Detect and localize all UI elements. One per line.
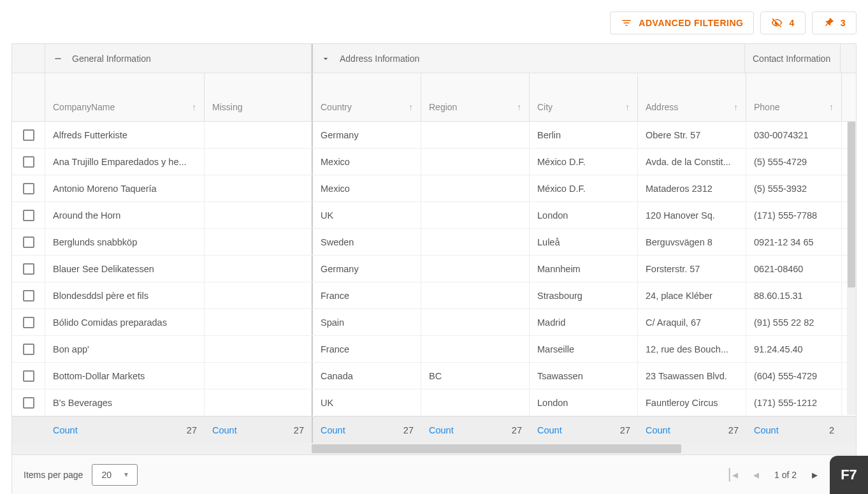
missing-cell [205, 389, 312, 416]
city-cell: London [530, 389, 638, 416]
table-row[interactable]: Antonio Moreno Taquería Mexico México D.… [12, 175, 856, 202]
missing-cell [205, 202, 312, 228]
address-cell: Berguvsvägen 8 [638, 229, 746, 255]
first-page-button[interactable]: ⎮◂ [727, 468, 738, 482]
region-cell [421, 175, 530, 201]
collapse-icon [53, 54, 63, 64]
checkbox-column-header [12, 73, 45, 121]
missing-column-header[interactable]: Missing [205, 73, 312, 121]
missing-cell [205, 149, 312, 175]
count-link[interactable]: Count [646, 425, 670, 435]
row-checkbox[interactable] [23, 317, 34, 328]
city-cell: Luleå [530, 229, 638, 255]
row-checkbox-cell [12, 149, 45, 175]
count-link[interactable]: Count [321, 425, 345, 435]
region-column-header[interactable]: Region ↑ [421, 73, 530, 121]
table-row[interactable]: Bólido Comidas preparadas Spain Madrid C… [12, 309, 856, 336]
region-cell [421, 282, 530, 309]
count-link[interactable]: Count [537, 425, 562, 435]
row-checkbox[interactable] [23, 183, 34, 194]
chevron-down-icon [321, 54, 331, 64]
region-cell [421, 309, 530, 335]
company-column-header[interactable]: CompanyName ↑ [45, 73, 205, 121]
summary-phone-cell: Count 2 [746, 417, 842, 443]
contact-info-group[interactable]: Contact Information [745, 44, 841, 73]
phone-cell: 030-0074321 [746, 122, 842, 148]
phone-cell: 91.24.45.40 [746, 336, 842, 362]
address-col-label: Address [646, 102, 678, 112]
city-col-label: City [537, 102, 553, 112]
pinned-columns-button[interactable]: 3 [812, 11, 857, 34]
horizontal-scrollbar-thumb[interactable] [312, 444, 681, 453]
page-size-select[interactable]: 20 [92, 464, 138, 486]
row-checkbox-cell [12, 202, 45, 228]
count-link[interactable]: Count [53, 425, 78, 435]
address-group-label: Address Information [340, 54, 419, 64]
phone-column-header[interactable]: Phone ↑ [746, 73, 842, 121]
table-row[interactable]: Berglunds snabbköp Sweden Luleå Berguvsv… [12, 229, 856, 256]
toolbar: ADVANCED FILTERING 4 3 [11, 6, 857, 43]
table-row[interactable]: B's Beverages UK London Fauntleroy Circu… [12, 389, 856, 416]
address-cell: Mataderos 2312 [638, 175, 746, 201]
row-checkbox[interactable] [23, 290, 34, 301]
city-cell: Marseille [530, 336, 638, 362]
horizontal-scrollbar[interactable] [12, 443, 856, 454]
table-row[interactable]: Ana Trujillo Emparedados y he... Mexico … [12, 149, 856, 175]
table-row[interactable]: Blondesddsl père et fils France Strasbou… [12, 282, 856, 309]
sort-up-icon: ↑ [829, 102, 834, 112]
summary-country-cell: Count 27 [313, 417, 421, 443]
address-cell: Obere Str. 57 [638, 122, 746, 148]
filter-list-icon [621, 17, 632, 29]
address-column-header[interactable]: Address ↑ [638, 73, 746, 121]
sort-up-icon: ↑ [517, 102, 521, 112]
summary-company-cell: Count 27 [45, 417, 205, 443]
hidden-count-label: 4 [789, 18, 794, 28]
row-checkbox-cell [12, 336, 45, 362]
general-info-group[interactable]: General Information [45, 44, 312, 73]
address-cell: Forsterstr. 57 [638, 256, 746, 282]
summary-company-value: 27 [187, 425, 197, 435]
row-checkbox[interactable] [23, 397, 34, 409]
address-cell: 23 Tsawassen Blvd. [638, 363, 746, 389]
vertical-scrollbar-thumb[interactable] [848, 122, 855, 287]
count-link[interactable]: Count [212, 425, 237, 435]
next-page-button[interactable]: ▸ [812, 468, 818, 482]
row-checkbox[interactable] [23, 210, 34, 221]
region-cell [421, 122, 530, 148]
summary-missing-value: 27 [294, 425, 304, 435]
row-checkbox[interactable] [23, 236, 34, 248]
country-column-header[interactable]: Country ↑ [313, 73, 421, 121]
summary-region-cell: Count 27 [421, 417, 530, 443]
phone-cell: (171) 555-1212 [746, 389, 842, 416]
table-row[interactable]: Alfreds Futterkiste Germany Berlin Obere… [12, 122, 856, 149]
row-checkbox[interactable] [23, 156, 34, 168]
row-checkbox[interactable] [23, 344, 34, 355]
advanced-filtering-button[interactable]: ADVANCED FILTERING [610, 11, 754, 34]
prev-page-button[interactable]: ◂ [753, 468, 759, 482]
hidden-columns-button[interactable]: 4 [760, 11, 805, 34]
city-column-header[interactable]: City ↑ [530, 73, 638, 121]
table-row[interactable]: Blauer See Delikatessen Germany Mannheim… [12, 256, 856, 282]
address-info-group[interactable]: Address Information [313, 44, 745, 73]
address-cell: 12, rue des Bouch... [638, 336, 746, 362]
row-checkbox[interactable] [23, 129, 34, 141]
count-link[interactable]: Count [429, 425, 454, 435]
phone-cell: (5) 555-3932 [746, 175, 842, 201]
address-cell: Fauntleroy Circus [638, 389, 746, 416]
row-checkbox[interactable] [23, 370, 34, 382]
summary-row: Count 27 Count 27 Count 27 Count 27 Coun… [12, 416, 856, 443]
missing-cell [205, 309, 312, 335]
summary-region-value: 27 [512, 425, 522, 435]
vertical-scrollbar[interactable] [847, 122, 856, 415]
count-link[interactable]: Count [754, 425, 779, 435]
city-cell: Berlin [530, 122, 638, 148]
city-cell: Mannheim [530, 256, 638, 282]
company-cell: Bólido Comidas preparadas [45, 309, 205, 335]
table-row[interactable]: Around the Horn UK London 120 Hanover Sq… [12, 202, 856, 229]
row-checkbox[interactable] [23, 263, 34, 275]
country-cell: Mexico [313, 175, 421, 201]
table-row[interactable]: Bon app' France Marseille 12, rue des Bo… [12, 336, 856, 363]
company-cell: Blauer See Delikatessen [45, 256, 205, 282]
table-row[interactable]: Bottom-Dollar Markets Canada BC Tsawasse… [12, 363, 856, 389]
column-group-header-row: General Information Address Information … [12, 44, 856, 73]
